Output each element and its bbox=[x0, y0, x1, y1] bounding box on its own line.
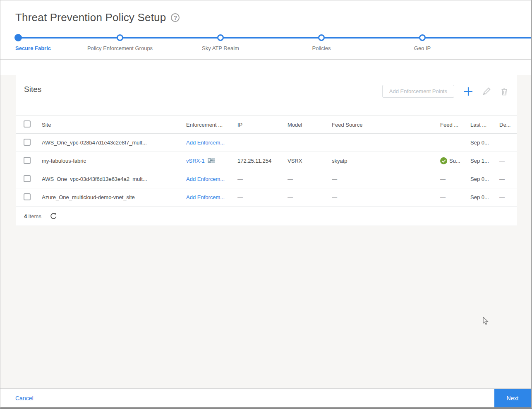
step-dot-policy-enforcement-groups[interactable] bbox=[117, 34, 123, 41]
column-header-feed-source[interactable]: Feed Source bbox=[332, 122, 440, 128]
column-header-last[interactable]: Last ... bbox=[470, 122, 499, 128]
site-name: my-fabulous-fabric bbox=[42, 158, 186, 164]
ip-value: — bbox=[237, 140, 288, 146]
wizard-stepper: Secure Fabric Policy Enforcement Groups … bbox=[0, 34, 531, 59]
step-label-secure-fabric: Secure Fabric bbox=[15, 45, 51, 51]
site-name: AWS_One_vpc-03d43f6d13e63e4a2_mult... bbox=[42, 176, 186, 182]
page-content: Sites Add Enforcement Points bbox=[0, 75, 531, 404]
feed-status-value: — bbox=[440, 194, 470, 200]
last-updated-value: Sep 0... bbox=[470, 176, 499, 182]
model-value: — bbox=[288, 194, 332, 200]
step-dot-geo-ip[interactable] bbox=[419, 34, 426, 41]
last-updated-value: Sep 1... bbox=[470, 158, 499, 164]
help-icon[interactable]: ? bbox=[171, 13, 180, 22]
step-label-geo-ip: Geo IP bbox=[414, 45, 431, 51]
description-value: — bbox=[499, 158, 517, 164]
table-header-row: Site Enforcement ... IP Model Feed Sourc… bbox=[16, 115, 517, 134]
model-value: — bbox=[288, 176, 332, 182]
feed-status-value: — bbox=[440, 140, 470, 146]
model-value: — bbox=[288, 140, 332, 146]
plus-icon[interactable] bbox=[463, 87, 473, 96]
page-header: Threat Prevention Policy Setup ? Secure … bbox=[0, 0, 531, 60]
trash-icon[interactable] bbox=[500, 87, 508, 96]
cancel-link[interactable]: Cancel bbox=[15, 395, 34, 402]
status-success-icon bbox=[440, 157, 447, 164]
feed-source-value: — bbox=[332, 176, 440, 182]
next-button[interactable]: Next bbox=[494, 389, 531, 408]
description-value: — bbox=[499, 176, 517, 182]
site-name: AWS_One_vpc-028b47d1e43c2e8f7_mult... bbox=[42, 140, 186, 146]
step-dot-policies[interactable] bbox=[318, 34, 325, 41]
table-row[interactable]: Azure_One_multicloud-demo-vnet_site Add … bbox=[16, 188, 517, 207]
add-enforcement-link[interactable]: Add Enforcem... bbox=[186, 140, 225, 146]
table-row[interactable]: AWS_One_vpc-028b47d1e43c2e8f7_mult... Ad… bbox=[16, 134, 517, 152]
column-header-de[interactable]: De... bbox=[499, 122, 517, 128]
page-title: Threat Prevention Policy Setup bbox=[15, 11, 166, 24]
sites-panel: Sites Add Enforcement Points bbox=[16, 75, 517, 226]
column-header-enforcement[interactable]: Enforcement ... bbox=[186, 122, 237, 128]
select-all-checkbox[interactable] bbox=[24, 120, 31, 128]
last-updated-value: Sep 0... bbox=[470, 140, 499, 146]
pencil-icon[interactable] bbox=[482, 87, 491, 96]
add-enforcement-points-button[interactable]: Add Enforcement Points bbox=[382, 85, 454, 98]
items-count: 4 items bbox=[24, 213, 41, 219]
firewall-icon bbox=[208, 158, 215, 164]
column-header-model[interactable]: Model bbox=[288, 122, 332, 128]
model-value: VSRX bbox=[288, 158, 332, 164]
row-checkbox[interactable] bbox=[24, 157, 31, 164]
description-value: — bbox=[499, 140, 517, 146]
feed-status-value: Su... bbox=[449, 158, 460, 164]
stepper-line bbox=[16, 37, 531, 38]
ip-value: — bbox=[237, 176, 288, 182]
feed-source-value: — bbox=[332, 194, 440, 200]
table-row[interactable]: my-fabulous-fabric vSRX-1 172.25.11.254 … bbox=[16, 152, 517, 170]
step-label-policy-enforcement-groups: Policy Enforcement Groups bbox=[87, 45, 153, 51]
add-enforcement-link[interactable]: Add Enforcem... bbox=[186, 194, 225, 200]
step-label-policies: Policies bbox=[312, 45, 331, 51]
wizard-footer-bar: Cancel Next bbox=[0, 388, 531, 407]
step-dot-secure-fabric[interactable] bbox=[14, 34, 22, 41]
mouse-cursor bbox=[483, 317, 489, 327]
feed-status-value: — bbox=[440, 176, 470, 182]
table-footer: 4 items bbox=[16, 207, 517, 226]
add-enforcement-link[interactable]: Add Enforcem... bbox=[186, 176, 225, 182]
last-updated-value: Sep 0... bbox=[470, 194, 499, 200]
column-header-site[interactable]: Site bbox=[42, 122, 186, 128]
refresh-icon[interactable] bbox=[50, 212, 58, 220]
device-link[interactable]: vSRX-1 bbox=[186, 158, 205, 164]
step-label-sky-atp-realm: Sky ATP Realm bbox=[202, 45, 239, 51]
row-checkbox[interactable] bbox=[24, 139, 31, 146]
row-checkbox[interactable] bbox=[24, 175, 31, 182]
feed-source-value: skyatp bbox=[332, 158, 440, 164]
description-value: — bbox=[499, 194, 517, 200]
app-window: Threat Prevention Policy Setup ? Secure … bbox=[0, 0, 532, 409]
sites-title: Sites bbox=[24, 85, 41, 94]
row-checkbox[interactable] bbox=[24, 193, 31, 200]
step-dot-sky-atp-realm[interactable] bbox=[217, 34, 224, 41]
column-header-feed-status[interactable]: Feed ... bbox=[440, 122, 470, 128]
table-row[interactable]: AWS_One_vpc-03d43f6d13e63e4a2_mult... Ad… bbox=[16, 170, 517, 188]
column-header-ip[interactable]: IP bbox=[237, 122, 288, 128]
site-name: Azure_One_multicloud-demo-vnet_site bbox=[42, 194, 186, 200]
ip-value: 172.25.11.254 bbox=[237, 158, 288, 164]
ip-value: — bbox=[237, 194, 288, 200]
feed-source-value: — bbox=[332, 140, 440, 146]
